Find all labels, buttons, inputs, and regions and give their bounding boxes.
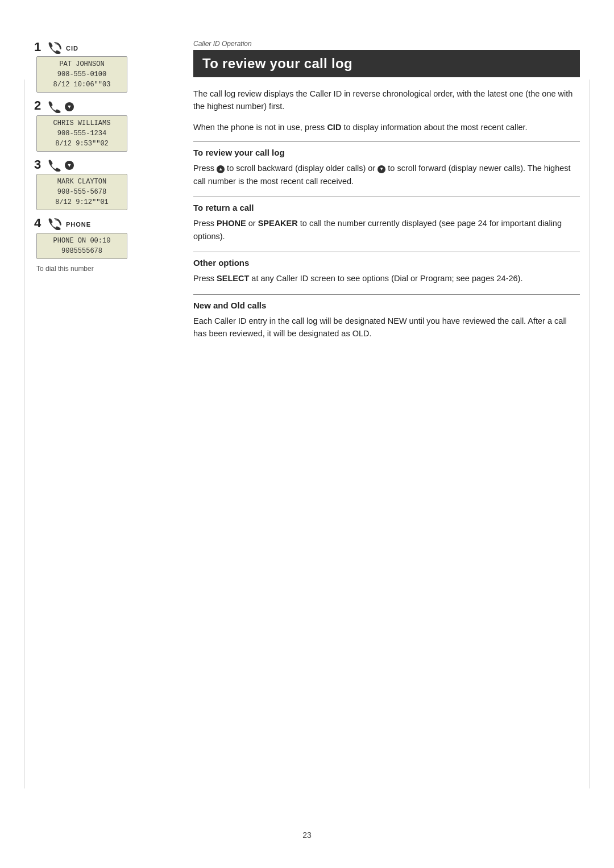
subsection-review: To review your call log Press ▲ to scrol… [193, 141, 580, 187]
down-circle-icon-3: ▼ [65, 161, 74, 170]
entry-1-lcd-line3: 8/12 10:06""03 [43, 80, 121, 90]
subsection-options-body: Press SELECT at any Caller ID screen to … [193, 272, 580, 285]
entry-3-number: 3 [34, 157, 44, 172]
entry-2-lcd-line1: CHRIS WILLIAMS [43, 118, 121, 128]
entry-3-lcd-line1: MARK CLAYTON [43, 177, 121, 187]
entry-4-header: 4 PHONE [34, 216, 171, 231]
entry-1-lcd: PAT JOHNSON 908-555-0100 8/12 10:06""03 [36, 56, 127, 93]
entry-2-header: 2 ▼ [34, 98, 171, 113]
down-circle-icon: ▼ [377, 165, 385, 173]
entry-3-lcd-line2: 908-555-5678 [43, 187, 121, 197]
subsection-return-title: To return a call [193, 203, 580, 212]
subsection-review-title: To review your call log [193, 148, 580, 157]
handset-icon-1 [47, 41, 63, 54]
entry-1-lcd-line2: 908-555-0100 [43, 69, 121, 80]
entry-1-number: 1 [34, 40, 44, 55]
subsection-return: To return a call Press PHONE or SPEAKER … [193, 197, 580, 243]
section-header: Caller ID Operation [193, 40, 580, 48]
down-circle-icon-2: ▼ [65, 102, 74, 111]
entry-4-lcd-line2: 9085555678 [43, 246, 121, 256]
intro-paragraph-2: When the phone is not in use, press CID … [193, 121, 580, 133]
left-column: 1 CID PAT JOHNSON 908-555-0100 8/12 10:0… [34, 34, 171, 834]
entry-3-lcd: MARK CLAYTON 908-555-5678 8/12 9:12""01 [36, 174, 127, 210]
intro-paragraph-1: The call log review displays the Caller … [193, 87, 580, 113]
entry-4-number: 4 [34, 216, 44, 231]
subsection-return-body: Press PHONE or SPEAKER to call the numbe… [193, 217, 580, 243]
page-number: 23 [302, 831, 312, 840]
entry-4-lcd: PHONE ON 00:10 9085555678 [36, 233, 127, 259]
entry-3-lcd-line3: 8/12 9:12""01 [43, 197, 121, 207]
handset-icon-4 [47, 218, 63, 230]
subsection-new-old: New and Old calls Each Caller ID entry i… [193, 294, 580, 340]
up-circle-icon: ▲ [217, 165, 225, 173]
entry-2-lcd-line3: 8/12 9:53""02 [43, 139, 121, 149]
entry-2: 2 ▼ CHRIS WILLIAMS 908-555-1234 8/12 9:5… [34, 98, 171, 151]
subsection-review-body: Press ▲ to scroll backward (display olde… [193, 162, 580, 187]
dial-caption: To dial this number [36, 265, 171, 273]
entry-3-header: 3 ▼ [34, 157, 171, 172]
entry-2-lcd-line2: 908-555-1234 [43, 128, 121, 139]
entry-1: 1 CID PAT JOHNSON 908-555-0100 8/12 10:0… [34, 40, 171, 93]
right-column: Caller ID Operation To review your call … [193, 34, 580, 834]
entry-1-lcd-line1: PAT JOHNSON [43, 59, 121, 69]
entry-1-badge: CID [66, 45, 78, 52]
subsection-new-old-title: New and Old calls [193, 301, 580, 310]
entry-2-number: 2 [34, 98, 44, 113]
subsection-options-title: Other options [193, 258, 580, 268]
entry-1-header: 1 CID [34, 40, 171, 55]
subsection-options: Other options Press SELECT at any Caller… [193, 252, 580, 285]
entry-4: 4 PHONE PHONE ON 00:10 9085555678 [34, 216, 171, 258]
entry-3: 3 ▼ MARK CLAYTON 908-555-5678 8/12 9:12"… [34, 157, 171, 210]
handset-icon-3 [47, 159, 63, 172]
handset-icon-2 [47, 101, 63, 113]
entry-4-lcd-line1: PHONE ON 00:10 [43, 236, 121, 246]
subsection-new-old-body: Each Caller ID entry in the call log wil… [193, 315, 580, 340]
entry-2-lcd: CHRIS WILLIAMS 908-555-1234 8/12 9:53""0… [36, 115, 127, 152]
entry-4-badge: PHONE [66, 221, 91, 228]
page-title: To review your call log [193, 50, 580, 77]
